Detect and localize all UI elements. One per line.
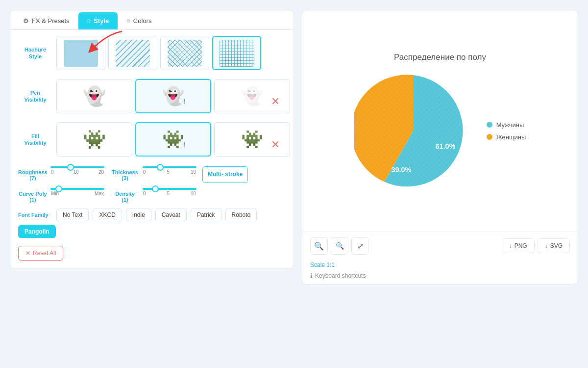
fill-ghost-normal: 👾	[83, 129, 106, 150]
ghost-exclaim-icon: 👻!	[162, 86, 184, 106]
download-png-icon: ↓	[509, 242, 512, 249]
density-label: Density(1)	[110, 188, 140, 203]
export-svg-button[interactable]: ↓ SVG	[538, 238, 570, 253]
legend-men: Мужчины	[487, 121, 526, 129]
chart-panel: Распределение по полу	[302, 10, 578, 285]
ghost-hidden-icon: 👻	[241, 86, 263, 106]
roughness-group: Roughness(7) 01020	[18, 166, 104, 181]
colors-icon: ≡	[126, 17, 130, 25]
pie-label-men: 61.0%	[435, 142, 455, 150]
roughness-ticks: 01020	[50, 169, 104, 175]
hachure-cross-hatch[interactable]	[212, 36, 261, 70]
density-group: Density(1) 0510	[110, 188, 196, 203]
density-ticks: 0510	[143, 191, 196, 196]
sliders-row: Roughness(7) 01020 Thickness(3) 0510 Mul…	[10, 163, 294, 186]
chart-container: 61.0% 39.0% Мужчины Женщины	[354, 72, 526, 190]
chart-toolbar: 🔍 🔍 ⤢ ↓ PNG ↓ SVG	[302, 232, 578, 260]
density-slider[interactable]	[143, 188, 196, 190]
multi-stroke-button[interactable]: Multi- stroke	[202, 166, 248, 183]
pen-visibility-controls: 👻 👻! 👻 ✕	[56, 79, 290, 113]
thickness-label: Thickness(3)	[110, 166, 140, 181]
hachure-solid[interactable]	[56, 36, 105, 70]
fit-icon: ⤢	[357, 241, 364, 251]
fit-button[interactable]: ⤢	[351, 237, 369, 255]
fill-visibility-row: FillVisibility 👾 👾! 👾 ✕	[10, 120, 294, 158]
hachure-label: HachureStyle	[18, 46, 52, 60]
fill-ghost-exclaim: 👾!	[162, 129, 184, 150]
thickness-slider[interactable]	[143, 166, 196, 168]
pie-label-women: 39.0%	[391, 166, 411, 174]
thickness-group: Thickness(3) 0510	[110, 166, 196, 181]
pen-exclaim[interactable]: 👻!	[135, 79, 211, 113]
fill-ghost-hidden: 👾	[241, 129, 263, 150]
curve-density-row: Curve Poly(1) MinMax Density(1) 0510	[10, 186, 294, 205]
fill-normal[interactable]: 👾	[56, 122, 132, 157]
font-indie[interactable]: Indie	[126, 209, 151, 221]
chart-title: Распределение по полу	[394, 53, 486, 62]
zoom-out-icon: 🔍	[336, 242, 344, 250]
scale-label: Scale 1:1	[302, 260, 578, 270]
curve-poly-group: Curve Poly(1) MinMax	[18, 188, 104, 203]
pen-normal[interactable]: 👻	[56, 79, 132, 113]
fill-visibility-label: FillVisibility	[18, 132, 52, 147]
pie-chart: 61.0% 39.0%	[354, 72, 472, 190]
font-family-label: Font Family	[18, 212, 52, 218]
font-patrick[interactable]: Patrick	[191, 209, 221, 221]
curve-poly-label: Curve Poly(1)	[18, 188, 48, 203]
reset-icon: ✕	[25, 250, 30, 257]
keyboard-shortcuts-button[interactable]: ℹ Keyboard shortcuts	[302, 270, 578, 284]
legend-label-women: Женщины	[496, 133, 526, 141]
fill-x-icon: ✕	[271, 138, 280, 151]
hachure-cross-diagonal[interactable]	[160, 36, 209, 70]
fill-visibility-controls: 👾 👾! 👾 ✕	[56, 122, 290, 157]
pen-visibility-label: PenVisibility	[18, 89, 52, 104]
pen-visibility-row: PenVisibility 👻 👻! 👻 ✕	[10, 77, 294, 115]
font-roboto[interactable]: Roboto	[225, 209, 257, 221]
font-no-text[interactable]: No Text	[56, 209, 89, 221]
hachure-controls	[56, 36, 286, 70]
font-xkcd[interactable]: XKCD	[93, 209, 122, 221]
zoom-in-button[interactable]: 🔍	[310, 237, 328, 255]
legend-label-men: Мужчины	[496, 121, 524, 129]
ghost-normal-icon: 👻	[83, 85, 106, 107]
curve-poly-ticks: MinMax	[50, 191, 104, 196]
legend-dot-women	[487, 134, 492, 140]
fill-exclaim[interactable]: 👾!	[135, 122, 211, 157]
thickness-ticks: 0510	[143, 169, 196, 175]
pen-x-icon: ✕	[271, 95, 280, 108]
tab-style[interactable]: ≡ Style	[78, 12, 118, 29]
legend-dot-men	[487, 122, 492, 128]
download-svg-icon: ↓	[545, 242, 548, 249]
font-family-row: Font Family No Text XKCD Indie Caveat Pa…	[10, 205, 294, 240]
hachure-diagonal[interactable]	[108, 36, 157, 70]
info-icon: ℹ	[310, 272, 313, 279]
roughness-label: Roughness(7)	[18, 166, 48, 181]
zoom-out-button[interactable]: 🔍	[331, 237, 348, 255]
tab-bar: ⚙ FX & Presets ≡ Style ≡ Colors	[10, 10, 294, 30]
thickness-slider-col: 0510	[143, 166, 196, 175]
roughness-slider-col: 01020	[50, 166, 104, 175]
density-slider-col: 0510	[143, 188, 196, 196]
curve-poly-slider-col: MinMax	[50, 188, 104, 196]
fx-icon: ⚙	[23, 17, 29, 25]
roughness-slider[interactable]	[50, 166, 104, 168]
font-pangolin[interactable]: Pangolin	[18, 225, 56, 238]
curve-poly-slider[interactable]	[50, 188, 104, 190]
export-png-button[interactable]: ↓ PNG	[502, 238, 535, 253]
font-caveat[interactable]: Caveat	[155, 209, 187, 221]
fill-hidden[interactable]: 👾 ✕	[214, 122, 290, 157]
chart-legend: Мужчины Женщины	[487, 121, 526, 141]
chart-area: Распределение по полу	[302, 10, 578, 232]
tab-colors[interactable]: ≡ Colors	[118, 12, 160, 29]
zoom-in-icon: 🔍	[314, 241, 324, 251]
legend-women: Женщины	[487, 133, 526, 141]
reset-all-button[interactable]: ✕ Reset All	[18, 246, 63, 261]
tab-fx[interactable]: ⚙ FX & Presets	[14, 12, 78, 29]
hachure-style-row: HachureStyle	[10, 30, 294, 72]
style-icon: ≡	[87, 17, 91, 25]
pen-hidden[interactable]: 👻 ✕	[214, 79, 290, 113]
